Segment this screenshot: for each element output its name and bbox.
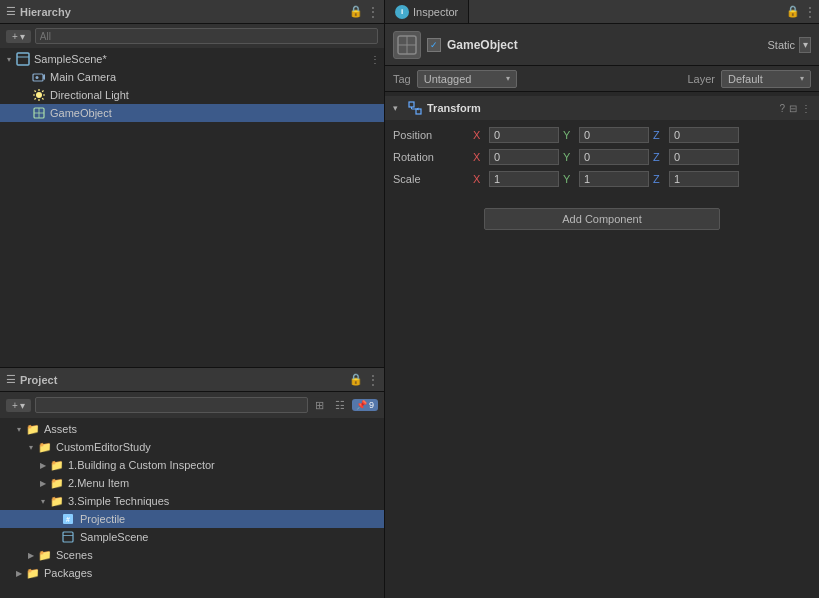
scale-z-field[interactable]: 1 (669, 171, 739, 187)
project-content: ▾ 📁 Assets ▾ 📁 CustomEditorStudy ▶ 📁 1.B… (0, 418, 384, 598)
project-menu-icon[interactable]: ⋮ (367, 373, 378, 387)
samplescene-label: SampleScene* (34, 53, 107, 65)
menu-expand: ▶ (38, 479, 48, 488)
project-item-scenes[interactable]: ▶ 📁 Scenes (0, 546, 384, 564)
hierarchy-panel: ☰ Hierarchy 🔒 ⋮ + ▾ ▾ (0, 0, 384, 368)
project-item-assets[interactable]: ▾ 📁 Assets (0, 420, 384, 438)
rotation-z-field[interactable]: 0 (669, 149, 739, 165)
layer-arrow-icon: ▾ (800, 74, 804, 83)
project-add-button[interactable]: + ▾ (6, 399, 31, 412)
project-panel: ☰ Project 🔒 ⋮ + ▾ ⊞ ☷ 📌 9 (0, 368, 384, 598)
simple-expand: ▾ (38, 497, 48, 506)
hierarchy-header: ☰ Hierarchy 🔒 ⋮ (0, 0, 384, 24)
packages-folder-icon: 📁 (26, 566, 40, 580)
hierarchy-content: ▾ SampleScene* ⋮ (0, 48, 384, 367)
simple-folder-icon: 📁 (50, 494, 64, 508)
project-item-samplescene-file[interactable]: SampleScene (0, 528, 384, 546)
static-dropdown[interactable]: ▾ (799, 37, 811, 53)
projectile-label: Projectile (80, 513, 125, 525)
inspector-tab-icon: i (395, 5, 409, 19)
svg-line-12 (35, 98, 36, 99)
transform-name: Transform (427, 102, 775, 114)
project-item-building[interactable]: ▶ 📁 1.Building a Custom Inspector (0, 456, 384, 474)
project-item-packages[interactable]: ▶ 📁 Packages (0, 564, 384, 582)
transform-expand-icon: ▾ (393, 103, 403, 113)
project-item-customeditorstudy[interactable]: ▾ 📁 CustomEditorStudy (0, 438, 384, 456)
hierarchy-search-input[interactable] (35, 28, 378, 44)
tree-item-directionallight[interactable]: Directional Light (0, 86, 384, 104)
transform-help-icon[interactable]: ? (779, 103, 785, 114)
scene-context-btn[interactable]: ⋮ (370, 54, 380, 65)
inspector-menu-icon[interactable]: ⋮ (804, 5, 815, 19)
svg-rect-22 (409, 102, 414, 107)
hierarchy-title: Hierarchy (20, 6, 345, 18)
transform-menu-icon[interactable]: ⋮ (801, 103, 811, 114)
layer-label: Layer (687, 73, 715, 85)
rotation-label: Rotation (393, 151, 473, 163)
hierarchy-menu-icon[interactable]: ⋮ (367, 5, 378, 19)
inspector-tab[interactable]: i Inspector (385, 0, 469, 23)
customeditorstudy-label: CustomEditorStudy (56, 441, 151, 453)
scale-y-field[interactable]: 1 (579, 171, 649, 187)
rotation-y-field[interactable]: 0 (579, 149, 649, 165)
tree-item-gameobject[interactable]: GameObject (0, 104, 384, 122)
rotation-x-field[interactable]: 0 (489, 149, 559, 165)
inspector-tab-label: Inspector (413, 6, 458, 18)
project-item-simple[interactable]: ▾ 📁 3.Simple Techniques (0, 492, 384, 510)
scale-x-axis: X (473, 173, 485, 185)
layer-dropdown[interactable]: Default ▾ (721, 70, 811, 88)
tag-dropdown[interactable]: Untagged ▾ (417, 70, 517, 88)
project-title: Project (20, 374, 345, 386)
svg-line-11 (42, 91, 43, 92)
transform-settings-icon[interactable]: ⊟ (789, 103, 797, 114)
hierarchy-toolbar: + ▾ (0, 24, 384, 48)
tag-layer-row: Tag Untagged ▾ Layer Default ▾ (385, 66, 819, 92)
add-btn-arrow: ▾ (20, 31, 25, 42)
hierarchy-add-button[interactable]: + ▾ (6, 30, 31, 43)
position-row: Position X 0 Y 0 Z 0 (385, 124, 819, 146)
position-z-field[interactable]: 0 (669, 127, 739, 143)
hierarchy-lock-icon[interactable]: 🔒 (349, 5, 363, 18)
gameobject-hierarchy-label: GameObject (50, 107, 112, 119)
expand-arrow-go (20, 108, 30, 118)
project-icon: ☰ (6, 373, 16, 386)
svg-point-3 (36, 76, 39, 79)
tree-item-samplescene[interactable]: ▾ SampleScene* ⋮ (0, 50, 384, 68)
svg-text:#: # (66, 516, 70, 523)
transform-component-header[interactable]: ▾ Transform ? ⊟ ⋮ (385, 96, 819, 120)
add-component-button[interactable]: Add Component (484, 208, 720, 230)
assets-expand: ▾ (14, 425, 24, 434)
gameobject-active-checkbox[interactable]: ✓ (427, 38, 441, 52)
position-x-item: X 0 (473, 127, 559, 143)
scale-x-item: X 1 (473, 171, 559, 187)
project-lock-icon[interactable]: 🔒 (349, 373, 363, 386)
assets-label: Assets (44, 423, 77, 435)
scale-xyz: X 1 Y 1 Z 1 (473, 171, 811, 187)
position-y-field[interactable]: 0 (579, 127, 649, 143)
svg-rect-18 (63, 532, 73, 542)
building-label: 1.Building a Custom Inspector (68, 459, 215, 471)
camera-icon (32, 70, 46, 84)
project-filter-icon[interactable]: ⊞ (312, 397, 328, 413)
project-item-projectile[interactable]: # Projectile (0, 510, 384, 528)
scene-icon (16, 52, 30, 66)
rotation-xyz: X 0 Y 0 Z 0 (473, 149, 811, 165)
simple-label: 3.Simple Techniques (68, 495, 169, 507)
rotation-x-item: X 0 (473, 149, 559, 165)
hierarchy-icon: ☰ (6, 5, 16, 18)
tree-item-maincamera[interactable]: Main Camera (0, 68, 384, 86)
scale-x-field[interactable]: 1 (489, 171, 559, 187)
customeditorstudy-expand: ▾ (26, 443, 36, 452)
project-search-input[interactable] (35, 397, 308, 413)
scale-z-item: Z 1 (653, 171, 739, 187)
position-x-field[interactable]: 0 (489, 127, 559, 143)
project-grid-icon[interactable]: ☷ (332, 397, 348, 413)
inspector-lock-icon[interactable]: 🔒 (786, 5, 800, 18)
svg-line-10 (42, 98, 43, 99)
menu-label: 2.Menu Item (68, 477, 129, 489)
scale-y-item: Y 1 (563, 171, 649, 187)
rotation-z-axis: Z (653, 151, 665, 163)
packages-label: Packages (44, 567, 92, 579)
add-component-area: Add Component (385, 198, 819, 240)
project-item-menu[interactable]: ▶ 📁 2.Menu Item (0, 474, 384, 492)
